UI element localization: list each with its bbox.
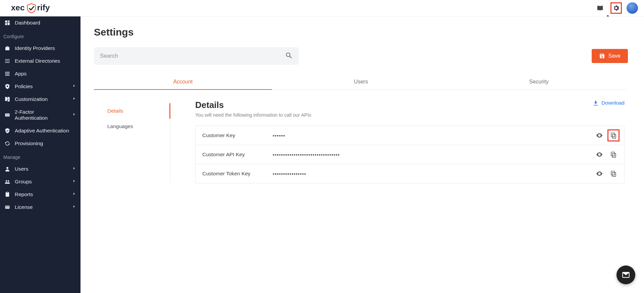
shield-icon (4, 83, 11, 90)
sidebar-item-external-directories[interactable]: External Directories (0, 55, 80, 67)
sidebar-item-label: Reports (15, 191, 33, 197)
download-label: Download (601, 100, 625, 106)
svg-text:xec: xec (11, 3, 25, 12)
svg-rect-21 (611, 171, 614, 175)
sidebar-item-label: Customization (15, 96, 48, 102)
sidebar-item-policies[interactable]: Policies (0, 80, 80, 93)
tabs: Account Users Security (94, 74, 628, 90)
svg-rect-17 (611, 133, 614, 137)
sidebar-item-users[interactable]: Users (0, 163, 80, 175)
svg-point-7 (6, 167, 8, 169)
sidebar-item-identity-providers[interactable]: Identity Providers (0, 42, 80, 55)
main-layout: Dashboard Configure Identity Providers E… (0, 16, 644, 293)
sidebar-item-label: Provisioning (15, 140, 43, 146)
copy-icon[interactable] (609, 170, 618, 178)
avatar[interactable] (627, 2, 638, 14)
reveal-icon[interactable] (595, 131, 603, 139)
sidebar: Dashboard Configure Identity Providers E… (0, 16, 80, 293)
credentials-table: Customer Key •••••• Customer API Key •••… (195, 126, 625, 183)
svg-rect-19 (611, 152, 614, 156)
clipboard-icon (4, 191, 11, 197)
credential-row: Customer Key •••••• (196, 126, 624, 145)
copy-icon[interactable] (609, 131, 618, 139)
chevron-right-icon (72, 166, 76, 172)
subnav-languages[interactable]: Languages (94, 119, 170, 134)
svg-rect-20 (612, 173, 616, 177)
reveal-icon[interactable] (595, 170, 603, 178)
tab-account[interactable]: Account (94, 74, 272, 90)
credential-row: Customer API Key •••••••••••••••••••••••… (196, 145, 624, 164)
settings-icon[interactable] (610, 2, 622, 14)
svg-rect-18 (612, 154, 616, 158)
chat-fab[interactable] (616, 266, 635, 284)
search-icon (285, 52, 292, 60)
chevron-right-icon (72, 112, 76, 118)
chevron-right-icon (72, 191, 76, 197)
sidebar-item-adaptive-auth[interactable]: Adaptive Authentication (0, 124, 80, 137)
details-pane: Details Download You will need the follo… (170, 100, 628, 183)
svg-point-8 (6, 180, 7, 182)
details-header: Details Download (195, 100, 625, 110)
dashboard-icon (4, 20, 11, 26)
svg-rect-16 (612, 134, 616, 138)
download-link[interactable]: Download (593, 100, 625, 106)
otp-icon: 123 (4, 112, 11, 118)
search-box[interactable] (94, 47, 299, 65)
apps-icon (4, 71, 11, 77)
credential-actions (595, 170, 618, 178)
credential-value: •••••••••••••••••••••••••••••••• (273, 152, 595, 158)
page-title: Settings (94, 26, 628, 38)
svg-text:rify: rify (37, 3, 50, 12)
sidebar-item-2fa[interactable]: 123 2-Factor Authentication (0, 106, 80, 124)
sidebar-item-provisioning[interactable]: Provisioning (0, 137, 80, 150)
chevron-right-icon (72, 204, 76, 210)
sidebar-item-label: External Directories (15, 58, 60, 64)
list-icon (4, 58, 11, 64)
search-input[interactable] (100, 53, 285, 59)
sidebar-section-configure: Configure (0, 29, 80, 42)
docs-icon[interactable] (594, 2, 606, 14)
svg-point-14 (286, 53, 290, 57)
credential-value: •••••••••••••••• (273, 171, 595, 177)
sidebar-item-label: Users (15, 166, 28, 172)
briefcase-icon (4, 45, 11, 51)
sync-icon (4, 140, 11, 146)
sidebar-item-license[interactable]: License (0, 201, 80, 214)
save-button[interactable]: Save (592, 49, 628, 63)
sidebar-item-label: Apps (15, 71, 26, 77)
copy-icon[interactable] (609, 151, 618, 159)
brand-logo[interactable]: xec rify (8, 3, 65, 13)
puzzle-icon (4, 96, 11, 102)
sidebar-item-customization[interactable]: Customization (0, 93, 80, 106)
sidebar-item-apps[interactable]: Apps (0, 67, 80, 80)
sidebar-item-label: Adaptive Authentication (15, 128, 69, 134)
svg-line-15 (290, 56, 292, 58)
svg-rect-10 (6, 192, 9, 197)
svg-point-4 (7, 85, 8, 87)
tab-users[interactable]: Users (272, 74, 450, 90)
svg-rect-11 (7, 192, 8, 193)
groups-icon (4, 179, 11, 185)
svg-point-9 (8, 180, 9, 182)
reveal-icon[interactable] (595, 151, 603, 159)
sidebar-item-label: License (15, 204, 33, 210)
sidebar-item-groups[interactable]: Groups (0, 175, 80, 188)
sidebar-item-label: 2-Factor Authentication (15, 109, 68, 121)
svg-rect-13 (5, 207, 10, 208)
sidebar-item-dashboard[interactable]: Dashboard (0, 16, 80, 29)
credential-label: Customer Token Key (202, 171, 273, 177)
credential-label: Customer Key (202, 132, 273, 138)
details-title: Details (195, 100, 224, 110)
svg-text:123: 123 (6, 114, 9, 116)
tab-security[interactable]: Security (450, 74, 628, 90)
details-subheading: You will need the following information … (195, 112, 625, 118)
sidebar-item-reports[interactable]: Reports (0, 188, 80, 201)
sidebar-item-label: Identity Providers (15, 45, 55, 51)
subnav-details[interactable]: Details (94, 103, 170, 119)
credential-value: •••••• (273, 133, 595, 138)
sidebar-item-label: Groups (15, 179, 32, 185)
credential-actions (595, 131, 618, 139)
card-icon (4, 204, 11, 210)
chevron-right-icon (72, 83, 76, 90)
credential-row: Customer Token Key •••••••••••••••• (196, 164, 624, 183)
